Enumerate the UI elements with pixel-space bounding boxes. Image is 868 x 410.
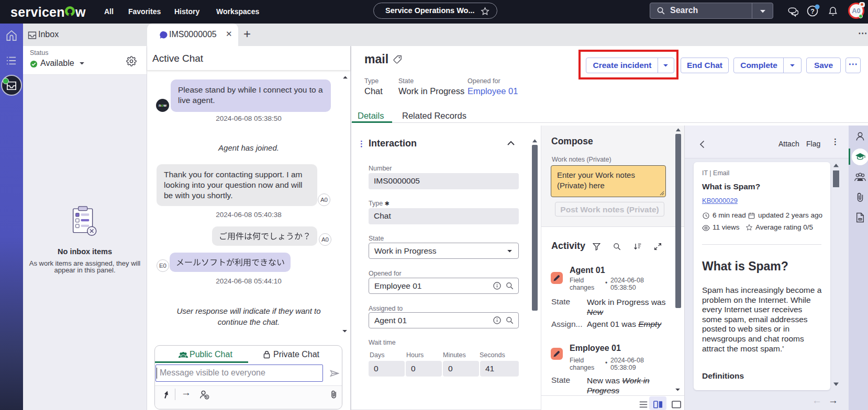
svg-text:?: ? <box>810 8 815 15</box>
